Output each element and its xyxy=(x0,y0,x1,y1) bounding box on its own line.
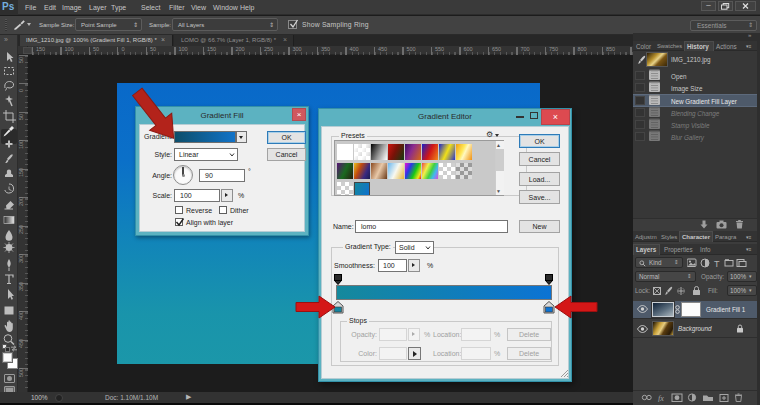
svg-text:T: T xyxy=(714,259,720,269)
svg-text:fx: fx xyxy=(658,394,664,402)
